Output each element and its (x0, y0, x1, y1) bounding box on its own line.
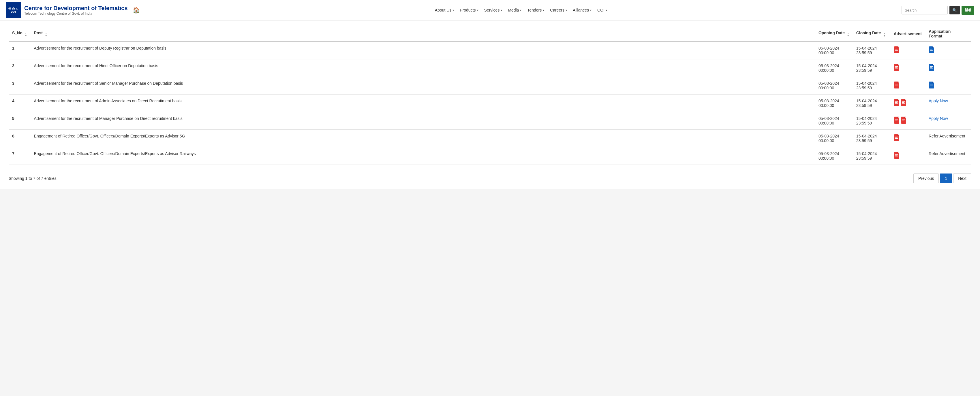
logo-icon: सी-डॉट C-DOT (6, 2, 21, 18)
svg-rect-8 (895, 66, 898, 67)
cell-opening-date: 05-03-202400:00:00 (815, 95, 853, 112)
cell-opening-date: 05-03-202400:00:00 (815, 41, 853, 59)
chevron-down-icon: ▾ (452, 9, 454, 12)
red-doc-icon[interactable] (901, 116, 908, 124)
red-doc-icon[interactable] (894, 63, 901, 71)
search-button[interactable]: 🔍 (950, 6, 960, 14)
red-doc-icon[interactable] (894, 81, 901, 89)
svg-rect-19 (930, 85, 932, 85)
col-closing-date[interactable]: Closing Date ▲▼ (853, 26, 890, 41)
cell-advertisement (890, 59, 925, 77)
svg-rect-42 (895, 154, 898, 155)
table-container: S_No ▲▼ Post ▲▼ Opening Date ▲▼ Closing … (9, 26, 971, 165)
table-footer: Showing 1 to 7 of 7 entries Previous 1 N… (9, 171, 971, 183)
svg-rect-3 (895, 51, 898, 51)
red-doc-icon[interactable] (901, 98, 908, 107)
table-row: 4 Advertisement for the recruitment of A… (9, 95, 971, 112)
nav-media[interactable]: Media ▾ (505, 5, 524, 15)
col-post[interactable]: Post ▲▼ (30, 26, 815, 41)
red-doc-icon[interactable] (894, 98, 901, 107)
table-row: 7 Engagement of Retired Officer/Govt. Of… (9, 147, 971, 165)
refer-advertisement-text: Refer Advertisement (929, 134, 965, 138)
nav-coi[interactable]: COI ▾ (594, 5, 610, 15)
cell-advertisement (890, 130, 925, 147)
svg-rect-39 (895, 138, 897, 138)
cell-closing-date: 15-04-202423:59:59 (853, 59, 890, 77)
main-nav: About Us ▾ Products ▾ Services ▾ Media ▾… (145, 5, 897, 15)
refer-advertisement-text: Refer Advertisement (929, 151, 965, 156)
cell-opening-date: 05-03-202400:00:00 (815, 130, 853, 147)
chevron-down-icon: ▾ (566, 9, 567, 12)
cell-opening-date: 05-03-202400:00:00 (815, 112, 853, 130)
apply-now-link[interactable]: Apply Now (929, 98, 948, 103)
svg-rect-38 (895, 136, 898, 137)
apply-now-link[interactable]: Apply Now (929, 116, 948, 121)
table-row: 2 Advertisement for the recruitment of H… (9, 59, 971, 77)
cell-post: Engagement of Retired Officer/Govt. Offi… (30, 130, 815, 147)
cell-opening-date: 05-03-202400:00:00 (815, 147, 853, 165)
red-doc-icon[interactable] (894, 46, 901, 54)
cell-advertisement (890, 95, 925, 112)
careers-table: S_No ▲▼ Post ▲▼ Opening Date ▲▼ Closing … (9, 26, 971, 165)
svg-rect-5 (930, 49, 932, 50)
page-1-button[interactable]: 1 (940, 174, 952, 183)
nav-about-us[interactable]: About Us ▾ (432, 5, 457, 15)
svg-rect-18 (930, 84, 933, 84)
sort-icon-sno: ▲▼ (25, 33, 27, 37)
chevron-down-icon: ▾ (590, 9, 592, 12)
cell-opening-date: 05-03-202400:00:00 (815, 59, 853, 77)
nav-products[interactable]: Products ▾ (457, 5, 481, 15)
nav-careers[interactable]: Careers ▾ (547, 5, 570, 15)
svg-rect-10 (895, 68, 898, 68)
svg-rect-32 (895, 121, 898, 121)
nav-tenders[interactable]: Tenders ▾ (524, 5, 547, 15)
cell-sno: 2 (9, 59, 30, 77)
cell-appformat: Refer Advertisement (925, 130, 971, 147)
table-row: 5 Advertisement for the recruitment of M… (9, 112, 971, 130)
table-row: 3 Advertisement for the recruitment of S… (9, 77, 971, 95)
red-doc-icon[interactable] (894, 151, 901, 159)
nav-alliances[interactable]: Alliances ▾ (570, 5, 594, 15)
search-input[interactable] (902, 6, 948, 14)
col-sno[interactable]: S_No ▲▼ (9, 26, 30, 41)
pagination: Previous 1 Next (913, 174, 971, 183)
cell-advertisement (890, 112, 925, 130)
site-title: Centre for Development of Telematics (24, 5, 128, 11)
blue-doc-icon[interactable] (929, 81, 935, 89)
svg-rect-35 (902, 120, 904, 120)
nav-services[interactable]: Services ▾ (481, 5, 505, 15)
cell-opening-date: 05-03-202400:00:00 (815, 77, 853, 95)
previous-button[interactable]: Previous (913, 174, 939, 183)
next-button[interactable]: Next (953, 174, 971, 183)
svg-rect-13 (930, 68, 933, 68)
cell-post: Advertisement for the recruitment of Adm… (30, 95, 815, 112)
red-doc-icon[interactable] (894, 134, 901, 142)
blue-doc-icon[interactable] (929, 46, 935, 54)
svg-rect-16 (895, 85, 897, 85)
svg-rect-12 (930, 67, 932, 68)
red-doc-icon[interactable] (894, 116, 901, 124)
blue-doc-icon[interactable] (929, 63, 935, 71)
svg-rect-27 (902, 102, 904, 103)
cell-post: Advertisement for the recruitment of Sen… (30, 77, 815, 95)
table-row: 6 Engagement of Retired Officer/Govt. Of… (9, 130, 971, 147)
svg-rect-4 (930, 49, 933, 49)
cell-post: Advertisement for the recruitment of Hin… (30, 59, 815, 77)
cell-advertisement (890, 147, 925, 165)
svg-rect-20 (930, 86, 933, 86)
col-opening-date[interactable]: Opening Date ▲▼ (815, 26, 853, 41)
chevron-down-icon: ▾ (477, 9, 479, 12)
cell-sno: 7 (9, 147, 30, 165)
cell-sno: 6 (9, 130, 30, 147)
cell-appformat: Apply Now (925, 112, 971, 130)
svg-rect-9 (895, 67, 897, 68)
svg-rect-40 (895, 138, 898, 139)
home-icon[interactable]: 🏠 (132, 6, 140, 14)
cell-closing-date: 15-04-202423:59:59 (853, 130, 890, 147)
hindi-button[interactable]: हिंदी (961, 6, 974, 15)
cell-appformat (925, 41, 971, 59)
cell-sno: 4 (9, 95, 30, 112)
cell-advertisement (890, 41, 925, 59)
search-icon: 🔍 (952, 8, 957, 13)
svg-rect-2 (895, 49, 897, 50)
